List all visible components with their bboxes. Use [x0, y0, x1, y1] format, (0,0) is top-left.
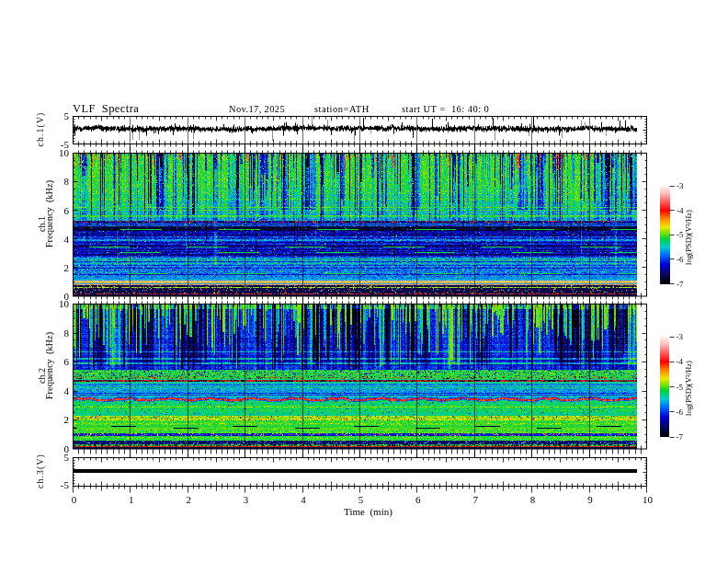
svg-text:6: 6	[64, 205, 70, 216]
svg-text:5: 5	[358, 494, 364, 505]
svg-text:10: 10	[59, 298, 70, 309]
svg-text:ch.3(V): ch.3(V)	[35, 454, 46, 488]
svg-text:-3: -3	[677, 332, 684, 341]
svg-text:4: 4	[64, 234, 70, 245]
svg-text:-6: -6	[677, 408, 684, 417]
svg-text:6: 6	[64, 356, 70, 367]
svg-text:4: 4	[301, 494, 306, 505]
svg-text:7: 7	[472, 494, 478, 505]
svg-text:Frequency (kHz): Frequency (kHz)	[44, 180, 55, 247]
svg-text:0: 0	[64, 443, 70, 454]
svg-text:5: 5	[64, 110, 70, 121]
svg-text:Nov.17, 2025: Nov.17, 2025	[229, 104, 285, 114]
svg-text:ch.1(V): ch.1(V)	[35, 112, 46, 147]
svg-text:log(PSD)(V²/Hz): log(PSD)(V²/Hz)	[684, 210, 693, 265]
svg-text:9: 9	[587, 494, 593, 505]
svg-text:8: 8	[530, 494, 536, 505]
svg-text:3: 3	[244, 494, 249, 505]
svg-text:start UT = 16: 40: 0: start UT = 16: 40: 0	[402, 104, 489, 114]
svg-text:-4: -4	[677, 357, 684, 366]
svg-text:-6: -6	[677, 255, 684, 264]
svg-text:-5: -5	[61, 479, 70, 490]
svg-text:4: 4	[64, 385, 70, 396]
svg-text:-7: -7	[677, 432, 684, 442]
svg-text:-3: -3	[677, 181, 684, 190]
svg-text:6: 6	[415, 494, 421, 505]
svg-text:10: 10	[59, 147, 70, 158]
svg-text:Time (min): Time (min)	[344, 506, 392, 518]
svg-text:0: 0	[72, 494, 77, 505]
svg-text:-5: -5	[677, 383, 684, 392]
svg-text:1: 1	[129, 494, 134, 505]
svg-text:10: 10	[643, 494, 654, 505]
svg-text:-7: -7	[677, 280, 684, 289]
svg-text:8: 8	[64, 327, 70, 339]
svg-text:log(PSD)(V²/Hz): log(PSD)(V²/Hz)	[684, 361, 693, 416]
svg-text:station=ATH: station=ATH	[314, 104, 370, 114]
svg-text:2: 2	[64, 262, 70, 273]
svg-text:VLF Spectra: VLF Spectra	[73, 102, 139, 115]
svg-text:-5: -5	[677, 230, 684, 239]
svg-text:Frequency (kHz): Frequency (kHz)	[44, 332, 55, 399]
svg-text:8: 8	[64, 176, 70, 187]
svg-text:-4: -4	[677, 206, 684, 215]
svg-text:2: 2	[64, 414, 70, 425]
svg-text:2: 2	[186, 494, 191, 505]
